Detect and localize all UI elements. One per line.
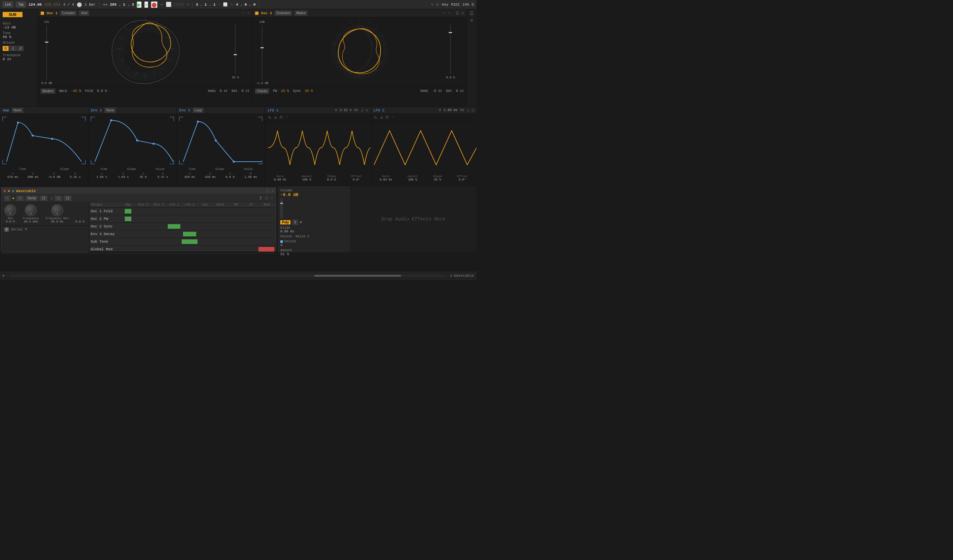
osc1fold-note-cell[interactable] xyxy=(213,208,228,214)
freq-res-pct-value[interactable]: 0.0 % xyxy=(76,220,84,223)
lfo2-sine-icon[interactable]: ∿ xyxy=(374,115,377,120)
serial-dropdown-icon[interactable]: ▼ xyxy=(25,227,27,232)
subtone-lfo2-cell[interactable] xyxy=(182,239,197,244)
lfo1-sync-icon[interactable]: ♩ xyxy=(361,108,363,113)
subtone-vel-cell[interactable] xyxy=(197,239,213,244)
plugin-min-icon[interactable]: ● xyxy=(8,189,10,193)
lfo2-triangle-icon[interactable]: ∧ xyxy=(380,115,383,120)
env3decay-note-cell[interactable] xyxy=(213,231,228,237)
osc1-fader[interactable]: 13L 0.0 dB xyxy=(41,20,52,85)
env3-a-value[interactable]: 420 ms xyxy=(184,176,195,179)
lfo2-a-value[interactable]: 1.09 ms xyxy=(444,108,458,112)
osc2-mode-button[interactable]: Classic xyxy=(255,88,269,94)
plugin-clean2-button[interactable]: 12 xyxy=(40,196,47,201)
clip-icon[interactable]: ⬜ xyxy=(166,2,171,7)
bpm-display[interactable]: 124.00 xyxy=(28,3,42,6)
env2-s-value[interactable]: 35 % xyxy=(140,176,147,179)
osc2-menu-icon[interactable]: ☰ xyxy=(456,11,459,15)
env2-r-value[interactable]: 5.47 s xyxy=(157,176,168,179)
env3decay-at-cell[interactable] xyxy=(244,231,259,237)
osc2-type-button[interactable]: Distortion xyxy=(275,11,292,15)
transpose-value[interactable]: 0 st xyxy=(3,57,35,61)
osc1-warp-value[interactable]: -42 % xyxy=(71,89,81,93)
lfo2-rate-value[interactable]: 0.04 Hz xyxy=(380,178,393,181)
lfo2-menu-icon[interactable]: ⊡ xyxy=(472,108,474,112)
osc2-next-icon[interactable]: › xyxy=(448,11,450,15)
osc1-next-icon[interactable]: › xyxy=(247,11,250,15)
subtone-env3-cell[interactable] xyxy=(151,239,166,244)
arrangement-scrollbar[interactable] xyxy=(10,275,445,277)
lfo1-rate-value[interactable]: 0.68 Hz xyxy=(274,178,286,181)
octave-minus1-button[interactable]: -1 xyxy=(9,46,16,51)
plugin-info-icon[interactable]: ⓘ xyxy=(265,196,269,201)
globalmod-note-cell[interactable] xyxy=(213,246,228,252)
globalmod-env3-cell[interactable] xyxy=(151,246,166,252)
osc1fold-env3-cell[interactable] xyxy=(151,208,167,214)
subtone-note-cell[interactable] xyxy=(213,239,228,244)
voices-value[interactable]: 4 xyxy=(280,243,348,247)
env3decay-lfo1-cell[interactable] xyxy=(166,231,182,237)
stop-button[interactable]: ■ xyxy=(144,1,148,8)
osc1-prev-icon[interactable]: ‹ xyxy=(242,11,245,15)
lfo1-menu-icon[interactable]: ⊡ xyxy=(366,108,368,112)
lfo1-a-value[interactable]: 2.12 s xyxy=(340,108,352,112)
osc2pw-env3-cell[interactable] xyxy=(151,216,167,222)
freq-res-knob[interactable] xyxy=(51,204,63,216)
tone-value[interactable]: 50 % xyxy=(3,35,35,39)
env3decay-mod-cell[interactable] xyxy=(259,231,274,237)
circle-btn[interactable]: ○ xyxy=(187,2,189,7)
amp-mode-button[interactable]: None xyxy=(12,108,23,113)
subtone-amp-cell[interactable] xyxy=(120,239,135,244)
osc2pw-vel-cell[interactable] xyxy=(197,216,213,222)
plugin-clean1-button[interactable]: Serial xyxy=(25,196,38,201)
osc2sync-note-cell[interactable] xyxy=(213,223,228,229)
freq-value[interactable]: 20.5 kHz xyxy=(24,220,38,223)
gain-value[interactable]: -13 dB xyxy=(3,25,35,29)
serial-label[interactable]: Serial xyxy=(11,228,23,231)
osc2sync-lfo2-cell[interactable] xyxy=(182,223,197,229)
env3-s-value[interactable]: 0.0 % xyxy=(226,176,234,179)
osc2pw-note-cell[interactable] xyxy=(213,216,228,222)
lfo2-saw-icon[interactable]: ⟋ xyxy=(391,115,395,120)
osc2-wavetable-button[interactable]: Malice xyxy=(295,11,307,15)
globalmod-vel-cell[interactable] xyxy=(197,246,212,252)
lfo1-amount-value[interactable]: 100 % xyxy=(302,178,311,181)
add-icon[interactable]: + xyxy=(160,2,163,7)
subtone-pb-cell[interactable] xyxy=(228,239,244,244)
lfo1-square-icon[interactable]: ⊓ xyxy=(279,115,282,120)
lfo1-sine-icon[interactable]: ∿ xyxy=(268,115,272,120)
osc2pw-lfo1-cell[interactable] xyxy=(166,216,182,222)
osc2sync-lfo1-cell[interactable] xyxy=(166,223,182,229)
lfo2-square-icon[interactable]: ⊓ xyxy=(385,115,388,120)
lfo2-offset-value[interactable]: 0.0° xyxy=(459,178,466,181)
osc1-vol-thumb[interactable] xyxy=(234,54,237,55)
prev-icon[interactable]: ◀◀ xyxy=(102,2,107,7)
env2-a-value[interactable]: 1.68 s xyxy=(96,176,107,179)
osc2sync-mod-cell[interactable] xyxy=(259,223,274,229)
plugin-clean3-button[interactable]: 12 xyxy=(64,196,71,201)
plugin-max-icon[interactable]: ● xyxy=(12,189,14,193)
link-button[interactable]: Link xyxy=(3,2,13,7)
sub-button[interactable]: SUB xyxy=(3,12,23,17)
vol-value[interactable]: -9.0 dB xyxy=(280,192,348,197)
list-icon[interactable]: ☰ xyxy=(436,2,439,6)
env3-d-value[interactable]: 420 ms xyxy=(205,176,216,179)
osc1-type-button[interactable]: Complex xyxy=(60,11,76,15)
globalmod-mod-cell[interactable] xyxy=(258,246,274,252)
osc2sync-pb-cell[interactable] xyxy=(228,223,244,229)
env3decay-env2-cell[interactable] xyxy=(136,231,151,237)
arrangement-scroll-thumb[interactable] xyxy=(314,275,401,277)
play-icon[interactable]: ▶ xyxy=(3,274,5,278)
plugin-question-icon[interactable]: ? xyxy=(271,196,273,200)
osc2pw-env2-cell[interactable] xyxy=(136,216,151,222)
osc1-semi-value[interactable]: 0 st xyxy=(220,89,228,93)
osc2-det-value[interactable]: 0 ct xyxy=(456,89,464,93)
osc2sync-vel-cell[interactable] xyxy=(197,223,213,229)
env3decay-env3-cell[interactable] xyxy=(151,231,167,237)
osc1fold-vel-cell[interactable] xyxy=(197,208,213,214)
globalmod-at-cell[interactable] xyxy=(243,246,258,252)
osc1-det-value[interactable]: 0 ct xyxy=(242,89,250,93)
sidebar-menu-icon[interactable]: ☰ xyxy=(470,11,474,16)
octave-minus2-button[interactable]: -2 xyxy=(17,46,23,51)
rec-button[interactable]: ⬤ xyxy=(151,1,157,8)
